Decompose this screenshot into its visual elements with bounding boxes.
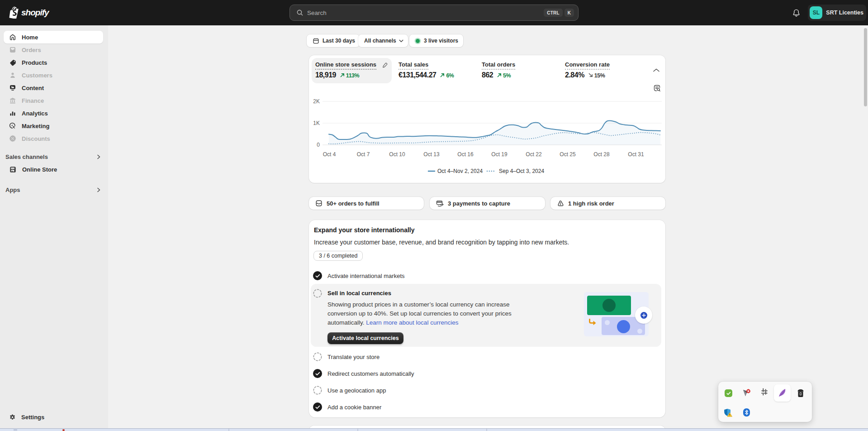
svg-text:Oct 25: Oct 25 (560, 151, 576, 158)
svg-text:Oct 7: Oct 7 (357, 151, 370, 158)
svg-text:Oct 31: Oct 31 (628, 151, 644, 158)
svg-text:Sep 4–Oct 3, 2024: Sep 4–Oct 3, 2024 (499, 168, 544, 174)
svg-text:Oct 10: Oct 10 (389, 151, 405, 158)
svg-text:Oct 28: Oct 28 (593, 151, 610, 158)
svg-text:0: 0 (317, 142, 320, 148)
svg-text:1K: 1K (313, 120, 320, 126)
svg-text:Oct 13: Oct 13 (423, 151, 440, 158)
svg-text:Oct 16: Oct 16 (457, 151, 474, 158)
svg-text:Oct 4: Oct 4 (323, 151, 336, 158)
svg-text:Oct 19: Oct 19 (491, 151, 508, 158)
svg-text:Oct 22: Oct 22 (526, 151, 542, 158)
svg-text:Oct 4–Nov 2, 2024: Oct 4–Nov 2, 2024 (437, 168, 483, 174)
svg-text:2K: 2K (313, 98, 320, 105)
